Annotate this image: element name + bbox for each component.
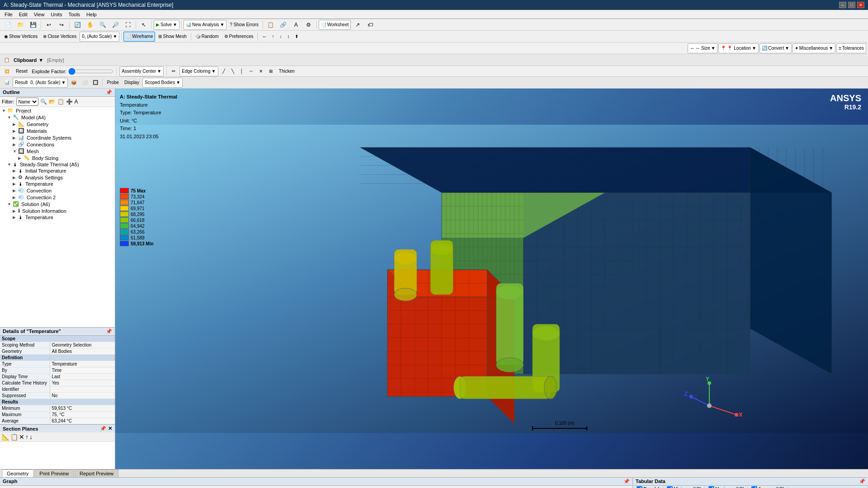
- result-scale-dropdown[interactable]: Result 0, (Auto Scale) ▼: [13, 78, 68, 88]
- explode-slider[interactable]: [68, 68, 113, 75]
- zoom-out-btn[interactable]: 🔎: [109, 20, 121, 30]
- col-max-check[interactable]: [708, 486, 714, 488]
- save-btn[interactable]: 💾: [27, 20, 39, 30]
- col-avg-check[interactable]: [751, 486, 757, 488]
- new-analysis-button[interactable]: 📊 New Analysis ▼: [184, 20, 226, 30]
- auto-scale-dropdown[interactable]: 0, (Auto Scale) ▼: [80, 32, 119, 42]
- edge-icon3-btn[interactable]: ╲: [229, 66, 236, 76]
- show-mesh-button[interactable]: ⊞ Show Mesh: [156, 32, 189, 42]
- sp-icon1[interactable]: ↑: [25, 433, 28, 441]
- tree-item[interactable]: ▼🔧Model (A4): [0, 114, 115, 121]
- filter-icon4[interactable]: ➕: [66, 99, 73, 105]
- menu-tools[interactable]: Tools: [66, 11, 83, 18]
- col-time-check[interactable]: [637, 486, 642, 488]
- sp-del-btn[interactable]: ✕: [19, 433, 24, 441]
- close-button[interactable]: ✕: [857, 2, 864, 8]
- tree-item[interactable]: ▶💨Convection: [0, 187, 115, 194]
- maximize-button[interactable]: □: [848, 2, 855, 8]
- show-errors-btn[interactable]: ? Show Errors: [227, 20, 260, 30]
- undo-btn[interactable]: ↩: [43, 20, 55, 30]
- tree-item[interactable]: ▶🔗Connections: [0, 141, 115, 148]
- tree-item[interactable]: ▶📊Coordinate Systems: [0, 134, 115, 141]
- miscellaneous-button[interactable]: ✦ Miscellaneous ▼: [793, 43, 835, 53]
- tree-item[interactable]: ▼🌡Steady-State Thermal (A5): [0, 161, 115, 168]
- tree-item[interactable]: ▶⚙Analysis Settings: [0, 174, 115, 181]
- assembly-center-dropdown[interactable]: Assembly Center ▼: [119, 66, 164, 76]
- tree-item[interactable]: ▶ℹSolution Information: [0, 207, 115, 214]
- edge-icon5-btn[interactable]: ─: [247, 66, 255, 76]
- tab-report-preview[interactable]: Report Preview: [75, 469, 118, 477]
- icon1-btn[interactable]: 📋: [265, 20, 277, 30]
- tree-item[interactable]: ▶🔲Materials: [0, 127, 115, 134]
- edge-coloring-dropdown[interactable]: Edge Coloring ▼: [179, 66, 218, 76]
- probe-button[interactable]: Probe: [104, 78, 121, 88]
- icon4-btn[interactable]: ⚙: [303, 20, 315, 30]
- redo-btn[interactable]: ↪: [56, 20, 67, 30]
- sp-copy-btn[interactable]: 📋: [10, 433, 18, 441]
- select-icon-btn[interactable]: ↗: [352, 20, 363, 30]
- ctx-icon1[interactable]: 📦: [69, 78, 79, 88]
- tree-item[interactable]: ▼✅Solution (A6): [0, 201, 115, 207]
- display-button[interactable]: Display: [122, 78, 142, 88]
- convert-button[interactable]: 🔄 Convert ▼: [760, 43, 792, 53]
- tree-item[interactable]: ▶🌡Temperature: [0, 181, 115, 187]
- rotate-btn[interactable]: 🔄: [71, 20, 83, 30]
- sp-icon2[interactable]: ↓: [29, 433, 33, 441]
- tolerances-button[interactable]: ± Tolerances: [836, 43, 866, 53]
- location-button[interactable]: 📍 📍 Location ▼: [718, 43, 759, 53]
- sp-close[interactable]: ✕: [108, 426, 112, 432]
- worksheet-button[interactable]: 📑 Worksheet: [319, 20, 351, 30]
- arrow-btn1[interactable]: ↔: [259, 32, 269, 42]
- preferences-button[interactable]: ⚙ Preferences: [222, 32, 256, 42]
- menu-file[interactable]: File: [2, 11, 15, 18]
- filter-select[interactable]: Name: [16, 98, 38, 106]
- tab-print-preview[interactable]: Print Preview: [34, 469, 74, 477]
- outline-pin[interactable]: 📌: [106, 89, 112, 95]
- select-btn[interactable]: ↖: [138, 20, 150, 30]
- show-vertices-button[interactable]: ◉ Show Vertices: [2, 32, 40, 42]
- ctx-icon3[interactable]: 🔲: [90, 78, 100, 88]
- tag-btn[interactable]: 🏷: [364, 20, 376, 30]
- ctx-icon2[interactable]: ⬜: [80, 78, 90, 88]
- result-icon-btn[interactable]: 📊: [2, 78, 12, 88]
- arrow-btn4[interactable]: ↕: [285, 32, 292, 42]
- edge-icon2-btn[interactable]: ╱: [220, 66, 227, 76]
- pan-btn[interactable]: ✋: [84, 20, 96, 30]
- menu-units[interactable]: Units: [48, 11, 65, 18]
- icon3-btn[interactable]: A: [290, 20, 302, 30]
- menu-view[interactable]: View: [31, 11, 47, 18]
- tree-item[interactable]: ▼📁Project: [0, 107, 115, 114]
- viewport[interactable]: X Y Z 0.100 (m) A: Steady-State Thermal: [115, 89, 868, 469]
- zoom-in-btn[interactable]: 🔍: [97, 20, 108, 30]
- col-min-check[interactable]: [667, 486, 673, 488]
- tree-item[interactable]: ▶📏Body Sizing: [0, 155, 115, 161]
- solve-button[interactable]: ▶ Solve ▼: [154, 20, 179, 30]
- filter-icon5[interactable]: A: [75, 99, 78, 105]
- sp-add-btn[interactable]: 📐: [2, 433, 9, 441]
- edge-icon4-btn[interactable]: │: [238, 66, 245, 76]
- thicken-button[interactable]: Thicken: [277, 66, 297, 76]
- sp-pin[interactable]: 📌: [100, 426, 106, 432]
- random-button[interactable]: 🎲 Random: [193, 32, 221, 42]
- tabular-pin[interactable]: 📌: [859, 479, 865, 484]
- tree-item[interactable]: ▶📐Geometry: [0, 121, 115, 127]
- icon2-btn[interactable]: 🔗: [278, 20, 289, 30]
- clipboard-icon-btn[interactable]: 📋: [2, 55, 12, 65]
- close-vertices-button[interactable]: ⊗ Close Vertices: [41, 32, 79, 42]
- edge-icon1-btn[interactable]: ✏: [170, 66, 178, 76]
- tree-item[interactable]: ▶🌡Initial Temperature: [0, 168, 115, 174]
- filter-icon1[interactable]: 🔍: [40, 99, 47, 105]
- filter-icon3[interactable]: 📋: [57, 99, 64, 105]
- filter-icon2[interactable]: 📂: [49, 99, 56, 105]
- arrow-btn5[interactable]: ⬆: [292, 32, 301, 42]
- reset-button[interactable]: Reset: [14, 66, 30, 76]
- tree-item[interactable]: ▶💨Convection 2: [0, 194, 115, 201]
- menu-help[interactable]: Help: [84, 11, 99, 18]
- tree-item[interactable]: ▼🔲Mesh: [0, 148, 115, 155]
- details-pin[interactable]: 📌: [106, 328, 112, 334]
- explode-icon-btn[interactable]: 💥: [2, 66, 12, 76]
- edge-icon7-btn[interactable]: ⊞: [267, 66, 275, 76]
- minimize-button[interactable]: ─: [839, 2, 846, 8]
- clipboard-arrow[interactable]: ▼: [38, 57, 43, 63]
- zoom-fit-btn[interactable]: ⛶: [122, 20, 134, 30]
